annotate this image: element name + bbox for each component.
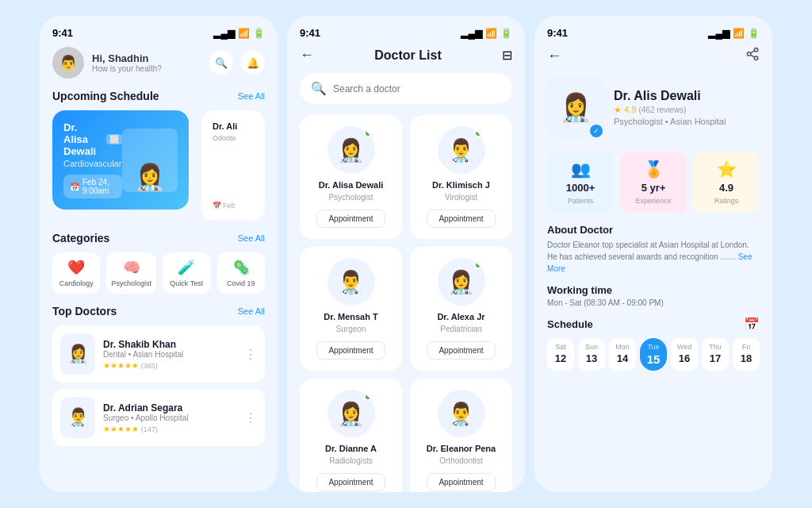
svg-line-3 xyxy=(750,55,754,57)
detail-header: ← ♡ xyxy=(547,47,760,64)
upcoming-header: Upcoming Schedule See All xyxy=(52,90,265,102)
more-options-0[interactable]: ⋮ xyxy=(244,347,257,362)
see-all-upcoming[interactable]: See All xyxy=(238,91,265,101)
grid-avatar-2: 👨‍⚕️ xyxy=(327,258,375,306)
see-all-topdoctors[interactable]: See All xyxy=(238,306,265,316)
doctors-grid: 👩‍⚕️ Dr. Alisa Dewali Psychologist Appoi… xyxy=(300,115,512,492)
schedule-card-next[interactable]: Dr. Ali Odonto 📅 Feb xyxy=(201,110,265,221)
signal-icon-3: ▂▄▆ xyxy=(708,28,730,39)
grid-doctor-0[interactable]: 👩‍⚕️ Dr. Alisa Dewali Psychologist Appoi… xyxy=(300,115,402,239)
doctor-list-item-0[interactable]: 👩‍⚕️ Dr. Shakib Khan Dental • Asian Hosp… xyxy=(52,325,265,383)
schedule-card-primary[interactable]: Dr. Alisa Dewali ⬜ Cardiovascular 📅 Feb … xyxy=(52,110,189,210)
category-psychologist[interactable]: 🧠 Psychologist xyxy=(106,252,156,294)
doctor-list-header: ← Doctor List ⊟ xyxy=(300,47,512,64)
grid-avatar-0: 👩‍⚕️ xyxy=(327,126,375,174)
grid-doctor-4[interactable]: 👩‍⚕️ Dr. Dianne A Radiologists Appointme… xyxy=(300,379,402,492)
time-1: 9:41 xyxy=(52,27,73,39)
category-cardiology[interactable]: ❤️ Cardiology xyxy=(52,252,100,294)
working-hours: Mon - Sat (08:30 AM - 09:00 PM) xyxy=(547,298,760,307)
see-all-categories[interactable]: See All xyxy=(238,233,265,243)
share-button[interactable] xyxy=(745,47,760,64)
grid-avatar-4: 👩‍⚕️ xyxy=(327,390,375,437)
more-options-1[interactable]: ⋮ xyxy=(244,410,257,425)
svg-line-4 xyxy=(750,51,754,53)
appointment-btn-5[interactable]: Appointment xyxy=(427,473,495,491)
wifi-icon: 📶 xyxy=(238,28,250,39)
status-icons-1: ▂▄▆ 📶 🔋 xyxy=(213,28,265,39)
signal-icon: ▂▄▆ xyxy=(213,28,235,39)
calendar-icon[interactable]: 📅 xyxy=(744,317,760,332)
appointment-btn-4[interactable]: Appointment xyxy=(316,473,385,491)
user-info: 👨 Hi, Shadhin How is your health? xyxy=(52,47,162,79)
day-mon[interactable]: Mon 14 xyxy=(609,338,636,371)
heart-button[interactable]: ♡ xyxy=(723,47,736,64)
header-actions: 🔍 🔔 xyxy=(209,51,265,75)
doctor-list-title: Doctor List xyxy=(374,48,441,63)
doctor-list-item-1[interactable]: 👨‍⚕️ Dr. Adrian Segara Surgeo • Apollo H… xyxy=(52,389,265,446)
doctor-detail-screen: 9:41 ▂▄▆ 📶 🔋 ← ♡ 👩‍⚕️ xyxy=(534,16,772,492)
day-tue-active[interactable]: Tue 15 xyxy=(640,338,667,371)
doctor-name: Dr. Alis Dewali xyxy=(614,89,726,103)
schedule-specialty: Cardiovascular xyxy=(63,159,122,168)
schedule-title: Schedule xyxy=(547,318,593,330)
doctor-thumb-1: 👨‍⚕️ xyxy=(60,397,95,438)
svg-point-2 xyxy=(754,56,758,60)
search-button[interactable]: 🔍 xyxy=(209,51,233,75)
stat-experience: 🏅 5 yr+ Experience xyxy=(620,152,687,213)
appointment-btn-2[interactable]: Appointment xyxy=(316,341,385,360)
search-bar: 🔍 xyxy=(300,73,512,104)
search-input[interactable] xyxy=(333,83,501,94)
experience-icon: 🏅 xyxy=(644,160,664,179)
stat-patients: 👥 1000+ Patients xyxy=(547,152,614,213)
avatar: 👨 xyxy=(52,47,84,79)
battery-icon-3: 🔋 xyxy=(748,28,760,39)
back-button-2[interactable]: ← xyxy=(300,47,314,64)
categories-title: Categories xyxy=(52,232,109,244)
grid-doctor-3[interactable]: 👩‍⚕️ Dr. Alexa Jr Pediatrician Appointme… xyxy=(410,247,512,371)
home-header: 👨 Hi, Shadhin How is your health? 🔍 🔔 xyxy=(52,47,265,79)
filter-button[interactable]: ⊟ xyxy=(502,48,512,63)
online-indicator-0 xyxy=(364,129,372,137)
status-bar-1: 9:41 ▂▄▆ 📶 🔋 xyxy=(52,27,265,39)
patients-icon: 👥 xyxy=(571,160,591,179)
grid-doctor-5[interactable]: 👨‍⚕️ Dr. Eleanor Pena Orthodontist Appoi… xyxy=(410,379,512,492)
search-icon-2: 🔍 xyxy=(311,81,327,96)
doctor-thumb-0: 👩‍⚕️ xyxy=(60,333,95,375)
day-wed[interactable]: Wed 16 xyxy=(671,338,698,371)
covid-icon: 🦠 xyxy=(232,259,250,276)
category-quicktest[interactable]: 🧪 Quick Test xyxy=(163,252,210,294)
rating: ★ 4.9 (462 reviews) xyxy=(614,105,726,115)
appointment-btn-1[interactable]: Appointment xyxy=(427,210,495,228)
status-bar-2: 9:41 ▂▄▆ 📶 🔋 xyxy=(300,27,512,39)
appointment-btn-3[interactable]: Appointment xyxy=(427,341,495,360)
category-covid[interactable]: 🦠 Covid 19 xyxy=(217,252,265,294)
home-screen: 9:41 ▂▄▆ 📶 🔋 👨 Hi, Shadhin How is your h… xyxy=(40,16,278,492)
svg-point-0 xyxy=(754,48,758,52)
grid-doctor-1[interactable]: 👨‍⚕️ Dr. Klimisch J Virologist Appointme… xyxy=(410,115,512,239)
verified-badge: ✓ xyxy=(590,125,603,137)
days-row: Sat 12 Sun 13 Mon 14 Tue 15 Wed 16 Thu 1… xyxy=(547,338,760,371)
day-sat[interactable]: Sat 12 xyxy=(547,338,574,371)
time-3: 9:41 xyxy=(547,27,568,39)
categories-row: ❤️ Cardiology 🧠 Psychologist 🧪 Quick Tes… xyxy=(52,252,265,294)
signal-icon-2: ▂▄▆ xyxy=(461,28,482,39)
day-fri[interactable]: Fri 18 xyxy=(733,338,760,371)
grid-avatar-5: 👨‍⚕️ xyxy=(438,390,485,437)
about-text: Doctor Eleanor top specialist at Asian H… xyxy=(547,239,760,275)
grid-doctor-2[interactable]: 👨‍⚕️ Dr. Mensah T Surgeon Appointment xyxy=(300,247,402,371)
back-button-3[interactable]: ← xyxy=(547,48,561,64)
day-thu[interactable]: Thu 17 xyxy=(702,338,729,371)
doctor-profile: 👩‍⚕️ ✓ Dr. Alis Dewali ★ 4.9 (462 review… xyxy=(547,75,760,139)
refresh-button[interactable]: 🔔 xyxy=(241,51,265,75)
grid-avatar-1: 👨‍⚕️ xyxy=(438,126,485,174)
online-indicator-1 xyxy=(474,129,482,137)
time-2: 9:41 xyxy=(300,27,320,39)
appointment-btn-0[interactable]: Appointment xyxy=(316,210,385,228)
profile-avatar: 👩‍⚕️ ✓ xyxy=(547,75,604,139)
day-sun[interactable]: Sun 13 xyxy=(578,338,605,371)
stats-row: 👥 1000+ Patients 🏅 5 yr+ Experience ⭐ 4.… xyxy=(547,152,760,213)
online-indicator-3 xyxy=(474,261,482,269)
hospital: Psychologist • Asian Hospital xyxy=(614,117,726,126)
wifi-icon-2: 📶 xyxy=(485,28,497,39)
online-indicator-4 xyxy=(364,393,372,401)
